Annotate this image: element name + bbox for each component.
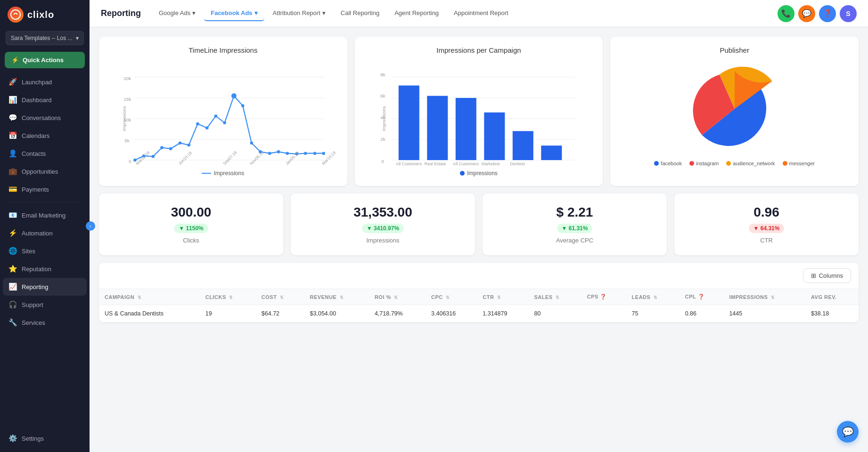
- sidebar-item-reporting[interactable]: 📈 Reporting: [3, 278, 87, 296]
- sidebar-label-email-marketing: Email Marketing: [22, 212, 66, 219]
- th-ctr: CTR ⇅: [477, 289, 528, 305]
- workspace-selector[interactable]: Sara Templates -- Los ... ▾: [6, 31, 84, 45]
- sidebar-item-automation[interactable]: ⚡ Automation: [3, 224, 87, 242]
- campaigns-table: CAMPAIGN ⇅ CLICKS ⇅ COST ⇅ REVENUE ⇅ ROI…: [99, 289, 859, 323]
- stat-value-ctr: 0.96: [753, 205, 779, 220]
- svg-point-22: [223, 121, 226, 125]
- dashboard-icon: 📊: [8, 96, 17, 104]
- svg-text:Jun10,18: Jun10,18: [177, 151, 193, 165]
- conversations-icon: 💬: [8, 113, 17, 122]
- chat-icon-button[interactable]: 💬: [798, 5, 815, 22]
- sidebar-item-opportunities[interactable]: 💼 Opportunities: [3, 162, 87, 180]
- publisher-pie-wrap: facebook instagram audience_network: [620, 62, 849, 166]
- sidebar-label-automation: Automation: [22, 230, 53, 237]
- pie-legend-instagram: instagram: [689, 161, 719, 166]
- timeline-chart-title: TimeLine Impressions: [108, 46, 338, 54]
- td-cost: $64.72: [256, 305, 304, 323]
- td-cpl: 0.86: [680, 305, 724, 323]
- quick-actions-icon: ⚡: [11, 56, 19, 64]
- table-body: US & Canada Dentists 19 $64.72 $3,054.00…: [99, 305, 859, 323]
- svg-text:Impressions: Impressions: [122, 106, 127, 131]
- stat-badge-avg-cpc: ▼ 61.31%: [557, 224, 593, 233]
- timeline-legend-impressions: Impressions: [202, 170, 244, 177]
- bar-5: [512, 131, 533, 160]
- svg-text:Sep07,18: Sep07,18: [222, 150, 238, 165]
- svg-point-16: [169, 147, 172, 151]
- timeline-legend-line: [202, 173, 211, 174]
- reporting-icon: 📈: [8, 282, 17, 291]
- td-campaign: US & Canada Dentists: [99, 305, 200, 323]
- sidebar-item-payments[interactable]: 💳 Payments: [3, 180, 87, 198]
- svg-point-29: [286, 152, 289, 155]
- svg-point-15: [160, 146, 164, 149]
- facebook-dot: [654, 161, 659, 166]
- th-cps: CPS ❓: [581, 289, 626, 305]
- td-ctr: 1.314879: [477, 305, 528, 323]
- columns-button[interactable]: ⊞ Columns: [803, 268, 851, 283]
- sidebar-item-sites[interactable]: 🌐 Sites: [3, 242, 87, 260]
- sidebar-item-reputation[interactable]: ⭐ Reputation: [3, 260, 87, 278]
- svg-text:0: 0: [381, 159, 384, 164]
- td-avg-rev: $38.18: [805, 305, 859, 323]
- columns-button-label: Columns: [819, 272, 843, 279]
- td-impressions: 1445: [723, 305, 805, 323]
- tab-google-ads[interactable]: Google Ads ▾: [152, 6, 202, 21]
- sidebar-item-calendars[interactable]: 📅 Calendars: [3, 127, 87, 145]
- chat-bubble-button[interactable]: 💬: [837, 421, 859, 443]
- tab-call-reporting[interactable]: Call Reporting: [334, 6, 386, 21]
- stat-value-impressions: 31,353.00: [353, 205, 412, 220]
- sidebar-item-email-marketing[interactable]: 📧 Email Marketing: [3, 206, 87, 224]
- sidebar-label-contacts: Contacts: [22, 150, 46, 157]
- sidebar-item-settings[interactable]: ⚙️ Settings: [3, 429, 87, 447]
- th-avg-rev: AVG REV.: [805, 289, 859, 305]
- tab-appointment-report[interactable]: Appointment Report: [447, 6, 515, 21]
- sidebar-item-contacts[interactable]: 👤 Contacts: [3, 145, 87, 162]
- tab-attribution-report-chevron: ▾: [322, 9, 326, 16]
- timeline-chart-area: 0 5k 10k 15k 20k Impressions: [108, 62, 338, 165]
- table-head: CAMPAIGN ⇅ CLICKS ⇅ COST ⇅ REVENUE ⇅ ROI…: [99, 289, 859, 305]
- charts-row: TimeLine Impressions 0 5k 10k 15k 20k: [99, 37, 859, 186]
- stat-label-clicks: Clicks: [183, 237, 199, 244]
- impressions-campaign-legend-item: Impressions: [460, 170, 498, 177]
- svg-point-21: [214, 114, 218, 118]
- user-avatar[interactable]: S: [840, 5, 857, 22]
- sidebar-label-services: Services: [22, 319, 45, 326]
- phone-icon-button[interactable]: 📞: [778, 5, 794, 22]
- sidebar-label-dashboard: Dashboard: [22, 97, 52, 104]
- svg-point-32: [313, 152, 317, 155]
- tab-agent-reporting-label: Agent Reporting: [394, 9, 439, 16]
- page-title: Reporting: [101, 8, 141, 18]
- sidebar-item-support[interactable]: 🎧 Support: [3, 296, 87, 314]
- quick-actions-button[interactable]: ⚡ Quick Actions: [5, 52, 85, 68]
- td-cps: [581, 305, 626, 323]
- brand-name: clixlo: [27, 9, 54, 20]
- sidebar-item-conversations[interactable]: 💬 Conversations: [3, 109, 87, 127]
- svg-text:2k: 2k: [380, 137, 385, 142]
- svg-point-17: [179, 141, 182, 145]
- tab-agent-reporting[interactable]: Agent Reporting: [388, 6, 445, 21]
- td-sales: 80: [528, 305, 581, 323]
- svg-text:15k: 15k: [123, 97, 131, 102]
- tab-facebook-ads-label: Facebook Ads: [211, 9, 252, 16]
- tab-facebook-ads[interactable]: Facebook Ads ▾: [204, 6, 264, 21]
- th-leads: LEADS ⇅: [626, 289, 680, 305]
- sidebar-label-reputation: Reputation: [22, 266, 51, 273]
- th-roi: ROI % ⇅: [369, 289, 426, 305]
- sidebar-collapse-arrow[interactable]: ‹: [86, 221, 95, 231]
- publisher-chart-title: Publisher: [620, 46, 849, 54]
- workspace-label: Sara Templates -- Los ...: [11, 35, 73, 41]
- sidebar-item-launchpad[interactable]: 🚀 Launchpad: [3, 73, 87, 91]
- svg-text:Mar12,18: Mar12,18: [135, 150, 150, 165]
- logo-icon: [8, 7, 24, 23]
- reputation-icon: ⭐: [8, 265, 17, 273]
- td-clicks: 19: [200, 305, 256, 323]
- sidebar-label-support: Support: [22, 301, 43, 308]
- sidebar-nav: 🚀 Launchpad 📊 Dashboard 💬 Conversations …: [0, 73, 90, 425]
- tab-attribution-report[interactable]: Attribution Report ▾: [266, 6, 332, 21]
- help-icon-button[interactable]: ❓: [819, 5, 836, 22]
- contacts-icon: 👤: [8, 149, 17, 158]
- sidebar-label-opportunities: Opportunities: [22, 168, 58, 175]
- impressions-campaign-chart: 0 2k 4k 6k 8k Impressions: [364, 62, 594, 165]
- sidebar-item-services[interactable]: 🔧 Services: [3, 314, 87, 331]
- sidebar-item-dashboard[interactable]: 📊 Dashboard: [3, 91, 87, 109]
